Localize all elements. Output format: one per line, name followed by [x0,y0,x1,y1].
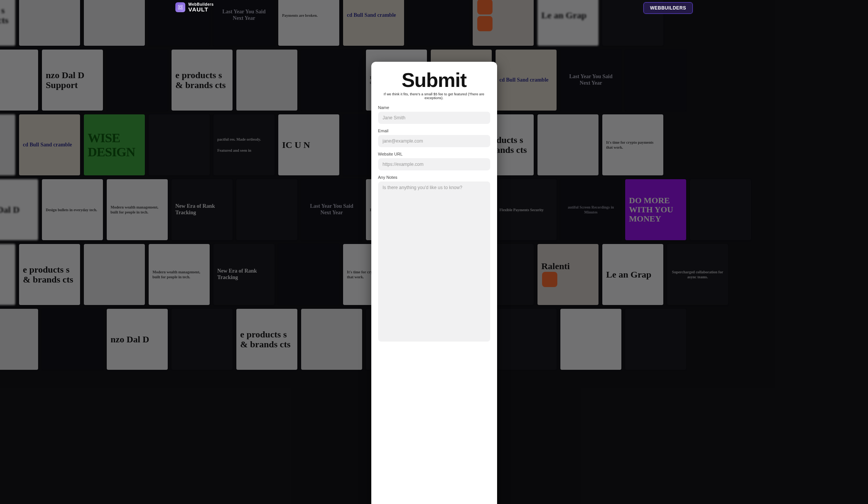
brand-logo[interactable]: WebBuilders VAULT [175,2,213,12]
email-label: Email [378,128,490,133]
field-email: Email [378,128,490,147]
notes-textarea[interactable] [378,181,490,342]
field-notes: Any Notes [378,175,490,343]
brand-top-line: WebBuilders [188,3,213,6]
name-input[interactable] [378,112,490,124]
page-header: WebBuilders VAULT WEBBUILDERS [0,0,868,21]
card-subtitle: If we think it fits, there's a small $5 … [378,92,490,100]
website-input[interactable] [378,158,490,170]
field-name: Name [378,105,490,124]
card-title: Submit [378,69,490,91]
submit-card: Submit If we think it fits, there's a sm… [371,62,497,504]
email-input[interactable] [378,135,490,147]
brand-bottom-line: VAULT [188,6,213,12]
notes-label: Any Notes [378,175,490,180]
website-label: Website URL [378,152,490,156]
name-label: Name [378,105,490,110]
webbuilders-button[interactable]: WEBBUILDERS [643,2,693,14]
field-website: Website URL [378,152,490,170]
vault-icon [175,2,185,12]
